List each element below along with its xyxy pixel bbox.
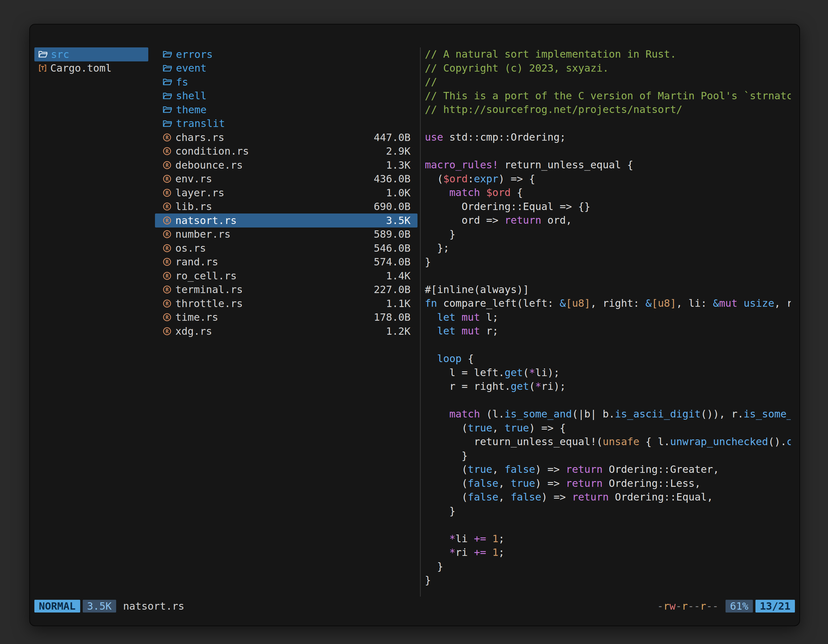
parent-dir-row[interactable]: src: [34, 47, 148, 61]
file-name: rand.rs: [175, 256, 218, 268]
code-line: (true, false) => return Ordering::Greate…: [425, 463, 791, 476]
code-line: //: [425, 75, 791, 89]
svg-text:R: R: [165, 328, 169, 334]
file-row[interactable]: Rthrottle.rs1.1K: [155, 296, 417, 310]
file-row[interactable]: Rcondition.rs2.9K: [155, 144, 417, 158]
pane-divider: [420, 47, 421, 597]
file-size: 690.0B: [373, 201, 411, 213]
code-line: }: [425, 449, 791, 463]
file-row[interactable]: fs: [155, 75, 417, 89]
code-line: }: [425, 227, 791, 241]
file-name: event: [176, 62, 207, 74]
code-line: // Copyright (c) 2023, sxyazi.: [425, 61, 791, 75]
file-row[interactable]: Rterminal.rs227.0B: [155, 283, 417, 297]
file-row[interactable]: Rnatsort.rs3.5K: [155, 213, 417, 227]
scroll-percent-badge: 61%: [726, 600, 753, 613]
code-line: // This is a port of the C version of Ma…: [425, 89, 791, 103]
file-row[interactable]: Rnumber.rs589.0B: [155, 227, 417, 241]
file-name: theme: [176, 104, 207, 116]
file-row[interactable]: translit: [155, 117, 417, 131]
svg-text:R: R: [165, 148, 169, 154]
file-name: fs: [176, 76, 188, 88]
svg-text:R: R: [165, 135, 169, 141]
rust-file-icon: R: [163, 161, 171, 169]
rust-file-icon: R: [163, 147, 171, 155]
file-row[interactable]: Renv.rs436.0B: [155, 172, 417, 186]
file-row[interactable]: Rtime.rs178.0B: [155, 310, 417, 324]
file-preview-pane[interactable]: // A natural sort implementation in Rust…: [425, 47, 791, 599]
code-line: }: [425, 560, 791, 573]
folder-icon: [163, 64, 172, 72]
svg-text:R: R: [165, 231, 169, 237]
svg-text:R: R: [165, 204, 169, 210]
svg-text:R: R: [165, 301, 169, 307]
file-row[interactable]: Rro_cell.rs1.4K: [155, 269, 417, 283]
code-line: r = right.get(*ri);: [425, 379, 791, 393]
code-line: *li += 1;: [425, 532, 791, 546]
file-name: translit: [176, 118, 225, 130]
file-name: condition.rs: [175, 145, 249, 157]
file-row[interactable]: Ros.rs546.0B: [155, 241, 417, 255]
file-name: xdg.rs: [175, 325, 212, 337]
file-row[interactable]: Rxdg.rs1.2K: [155, 324, 417, 338]
parent-directory-pane[interactable]: srcCargo.toml: [34, 47, 148, 75]
code-line: (false, false) => return Ordering::Equal…: [425, 490, 791, 504]
code-line: }: [425, 255, 791, 269]
code-line: ($ord:expr) => {: [425, 172, 791, 186]
file-row[interactable]: event: [155, 61, 417, 75]
svg-text:R: R: [165, 273, 169, 279]
file-name: lib.rs: [175, 201, 212, 213]
status-bar: NORMAL 3.5K natsort.rs -rw-r--r-- 61% 13…: [34, 599, 795, 613]
file-size-badge: 3.5K: [83, 600, 116, 613]
rust-file-icon: R: [163, 327, 171, 336]
svg-text:R: R: [165, 314, 169, 320]
file-row[interactable]: shell: [155, 89, 417, 103]
code-line: [425, 393, 791, 407]
code-line: #[inline(always)]: [425, 283, 791, 297]
file-row[interactable]: Rrand.rs574.0B: [155, 255, 417, 269]
file-row[interactable]: Rlib.rs690.0B: [155, 200, 417, 214]
file-size: 546.0B: [373, 242, 411, 254]
current-directory-pane[interactable]: errorseventfsshellthemetranslitRchars.rs…: [155, 47, 417, 338]
file-size: 1.2K: [386, 325, 411, 337]
code-line: match (l.is_some_and(|b| b.is_ascii_digi…: [425, 407, 791, 421]
file-row[interactable]: errors: [155, 47, 417, 61]
code-line: // http://sourcefrog.net/projects/natsor…: [425, 103, 791, 117]
code-line: // A natural sort implementation in Rust…: [425, 47, 791, 61]
code-line: let mut l;: [425, 310, 791, 324]
code-line: }: [425, 573, 791, 588]
file-name: errors: [176, 49, 213, 60]
file-size: 178.0B: [373, 311, 411, 323]
svg-text:R: R: [165, 176, 169, 182]
cursor-position-badge: 13/21: [756, 600, 795, 613]
code-line: let mut r;: [425, 324, 791, 338]
file-size: 589.0B: [373, 228, 411, 240]
file-size: 1.4K: [386, 270, 411, 282]
mode-badge: NORMAL: [34, 600, 80, 613]
folder-icon: [163, 92, 172, 100]
rust-file-icon: R: [163, 188, 171, 197]
svg-text:R: R: [165, 218, 169, 224]
folder-icon: [163, 50, 172, 58]
rust-file-icon: R: [163, 230, 171, 239]
code-line: };: [425, 241, 791, 255]
file-size: 3.5K: [386, 215, 411, 227]
code-line: l = left.get(*li);: [425, 366, 791, 380]
file-name: debounce.rs: [175, 159, 243, 171]
code-line: }: [425, 504, 791, 518]
file-row[interactable]: Rchars.rs447.0B: [155, 130, 417, 144]
code-line: *ri += 1;: [425, 546, 791, 560]
code-line: ord => return ord,: [425, 213, 791, 227]
file-name: throttle.rs: [175, 298, 243, 310]
file-size: 447.0B: [373, 132, 411, 144]
file-row[interactable]: theme: [155, 103, 417, 117]
file-row[interactable]: Rdebounce.rs1.3K: [155, 158, 417, 172]
folder-icon: [163, 78, 172, 86]
file-row[interactable]: Rlayer.rs1.0K: [155, 186, 417, 200]
rust-file-icon: R: [163, 299, 171, 308]
code-line: [425, 338, 791, 352]
code-line: Ordering::Equal => {}: [425, 200, 791, 214]
svg-text:R: R: [165, 287, 169, 293]
code-line: fn compare_left(left: &[u8], right: &[u8…: [425, 296, 791, 310]
parent-dir-row[interactable]: Cargo.toml: [34, 61, 148, 75]
